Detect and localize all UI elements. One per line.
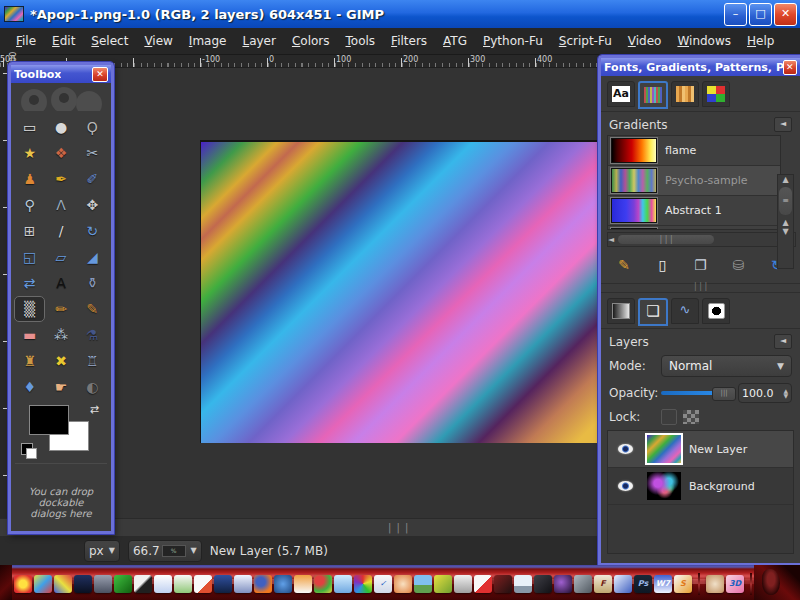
lock-alpha-icon[interactable] <box>683 410 699 424</box>
ice-app-icon[interactable] <box>334 575 352 593</box>
scroll-left-icon[interactable]: ◄ <box>608 235 614 244</box>
smudge-tool[interactable]: ☛ <box>45 374 76 400</box>
dart-app-icon[interactable] <box>574 575 592 593</box>
move-tool[interactable]: ✥ <box>77 192 108 218</box>
book-app-icon[interactable] <box>214 575 232 593</box>
photoshop-app-icon[interactable]: Ps <box>634 575 652 593</box>
heal-tool[interactable]: ✖ <box>45 348 76 374</box>
tab-layers[interactable]: ❏ <box>638 298 668 326</box>
layer-row[interactable]: Background <box>608 468 793 505</box>
spinner-arrows-icon[interactable]: ▲▼ <box>783 388 788 398</box>
close-button[interactable]: ✕ <box>774 3 797 26</box>
f-app-icon[interactable]: F <box>594 575 612 593</box>
collapse-arrow-icon[interactable]: ◄ <box>774 334 792 349</box>
photo-app-icon[interactable] <box>414 575 432 593</box>
align-tool[interactable]: ⊞ <box>14 218 45 244</box>
visibility-eye-icon[interactable] <box>618 444 633 454</box>
peach-app-icon[interactable] <box>394 575 412 593</box>
ellipse-select-tool[interactable]: ● <box>45 114 76 140</box>
shield-orange-app-icon[interactable] <box>294 575 312 593</box>
menu-item[interactable]: Edit <box>44 30 83 52</box>
star-app-icon[interactable] <box>14 575 32 593</box>
doc-blue-app-icon[interactable] <box>154 575 172 593</box>
shield-app-icon[interactable] <box>94 575 112 593</box>
sphere-app-icon[interactable] <box>134 575 152 593</box>
unit-select[interactable]: px ▼ <box>84 540 120 562</box>
tab-tool-options[interactable] <box>607 298 635 324</box>
blur-sharpen-tool[interactable]: ♦ <box>14 374 45 400</box>
gray-photo-app-icon[interactable] <box>454 575 472 593</box>
menu-item[interactable]: Tools <box>338 30 384 52</box>
cone2-app-icon[interactable] <box>54 575 72 593</box>
rotate-tool[interactable]: ↻ <box>77 218 108 244</box>
tab-patterns[interactable] <box>671 81 699 107</box>
close-icon[interactable]: ✕ <box>92 67 108 82</box>
layer-mode-select[interactable]: Normal ▼ <box>661 355 792 377</box>
gradient-item[interactable]: flame <box>608 136 780 166</box>
dock-titlebar[interactable]: Fonts, Gradients, Patterns, Pal... ✕ <box>601 58 800 76</box>
maximize-button[interactable]: □ <box>749 3 772 26</box>
visibility-eye-icon[interactable] <box>618 481 633 491</box>
tab-fonts[interactable]: Aa <box>607 81 635 107</box>
fish-app-icon[interactable] <box>494 575 512 593</box>
quill-app-icon[interactable] <box>614 575 632 593</box>
gradient-tool[interactable]: ▒ <box>14 296 45 322</box>
pencil-tool[interactable]: ✏ <box>45 296 76 322</box>
firefox-app-icon[interactable] <box>254 575 272 593</box>
gradient-item[interactable]: Abstract 2 <box>608 226 780 230</box>
opacity-spinbox[interactable]: 100.0 ▲▼ <box>738 383 792 403</box>
tab-gradients[interactable] <box>638 81 668 109</box>
scissors-select-tool[interactable]: ✂ <box>77 140 108 166</box>
calculator-app-icon[interactable] <box>234 575 252 593</box>
menu-item[interactable]: Colors <box>284 30 338 52</box>
foreground-select-tool[interactable]: ♟ <box>14 166 45 192</box>
flip-tool[interactable]: ⇄ <box>14 270 45 296</box>
text-tool[interactable]: A <box>45 270 76 296</box>
minimize-button[interactable]: – <box>724 3 747 26</box>
zoom-tool[interactable]: ⚲ <box>14 192 45 218</box>
perspective-tool[interactable]: ◢ <box>77 244 108 270</box>
dark-app-icon[interactable] <box>74 575 92 593</box>
menu-item[interactable]: Filters <box>383 30 435 52</box>
free-select-tool[interactable]: Ϙ <box>77 114 108 140</box>
check-app-icon[interactable]: ✓ <box>374 575 392 593</box>
zoom-entry-box[interactable]: % <box>162 545 186 557</box>
gradient-vertical-scrollbar[interactable]: ▲≡▲▼ <box>777 174 794 269</box>
opacity-slider[interactable]: ||| <box>661 386 732 400</box>
window-titlebar[interactable]: *Apop-1.png-1.0 (RGB, 2 layers) 604x451 … <box>0 0 800 28</box>
menu-item[interactable]: Help <box>739 30 782 52</box>
toolbox-titlebar[interactable]: Toolbox ✕ <box>11 65 111 83</box>
opera-app-icon[interactable] <box>554 575 572 593</box>
ink-tool[interactable]: ⚗ <box>77 322 108 348</box>
gradient-horizontal-scrollbar[interactable]: ◄ | | | ◄ ► <box>607 232 796 247</box>
crop-tool[interactable]: / <box>45 218 76 244</box>
sail-app-icon[interactable] <box>474 575 492 593</box>
colorwheel-app-icon[interactable] <box>354 575 372 593</box>
paths-tool[interactable]: ✒ <box>45 166 76 192</box>
delete-gradient-button[interactable]: ⛁ <box>726 253 752 277</box>
menu-item[interactable]: Layer <box>234 30 283 52</box>
color-picker-tool[interactable]: ✐ <box>77 166 108 192</box>
menu-item[interactable]: Image <box>181 30 235 52</box>
tab-palettes[interactable] <box>702 81 730 107</box>
frog-app-icon[interactable] <box>434 575 452 593</box>
tab-channels[interactable] <box>702 298 730 324</box>
paintbrush-tool[interactable]: ✎ <box>77 296 108 322</box>
collapse-arrow-icon[interactable]: ◄ <box>774 117 792 132</box>
scale-tool[interactable]: ◱ <box>14 244 45 270</box>
pink3d-app-icon[interactable]: 3D <box>726 575 744 593</box>
scrollbar-grip[interactable]: | | | <box>388 522 409 533</box>
brush-circle-app-icon[interactable] <box>706 575 724 593</box>
slider-grip[interactable]: ||| <box>712 387 736 401</box>
airbrush-tool[interactable]: ⁂ <box>45 322 76 348</box>
doc-pen-app-icon[interactable] <box>194 575 212 593</box>
menu-item[interactable]: Python-Fu <box>475 30 551 52</box>
bucket-fill-tool[interactable]: ⚱ <box>77 270 108 296</box>
menu-item[interactable]: File <box>8 30 44 52</box>
perspective-clone-tool[interactable]: ♖ <box>77 348 108 374</box>
layer-row[interactable]: New Layer <box>608 431 793 468</box>
menu-item[interactable]: Select <box>83 30 136 52</box>
wb7-app-icon[interactable]: W7 <box>654 575 672 593</box>
eraser-tool[interactable]: ▬ <box>14 322 45 348</box>
clone-tool[interactable]: ♜ <box>14 348 45 374</box>
